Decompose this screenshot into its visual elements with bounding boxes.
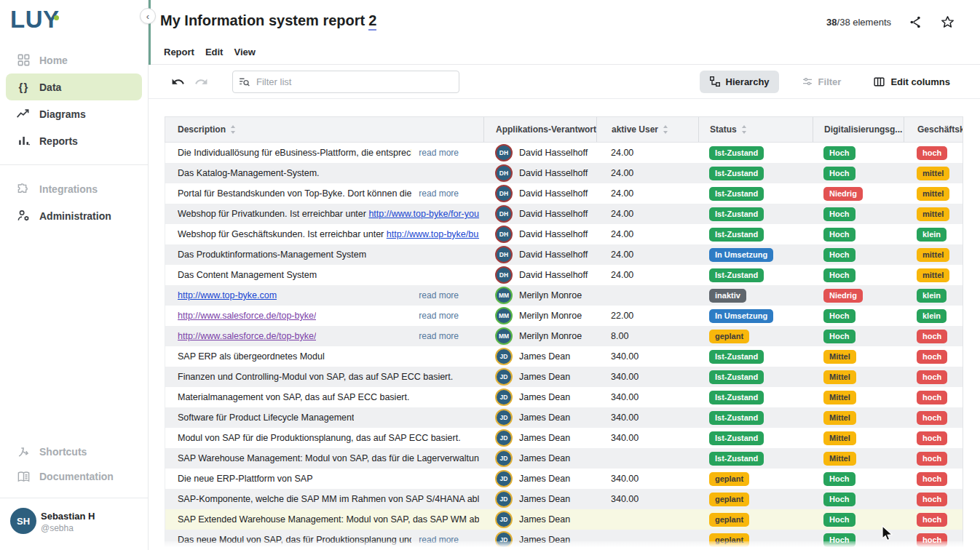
menu-report[interactable]: Report [164, 47, 194, 57]
table-row[interactable]: Das Katalog-Management-System.DHDavid Ha… [165, 163, 963, 183]
user-block[interactable]: SH Sebastian H @sebha [0, 498, 148, 550]
table-row[interactable]: Webshop für Privatkunden. Ist erreichbar… [165, 204, 963, 224]
sidebar-footer: Shortcuts Documentation [0, 439, 148, 489]
owner-cell: MMMerilyn Monroe [483, 306, 596, 326]
sidebar-item-diagrams[interactable]: Diagrams [0, 100, 148, 127]
owner-name: David Hasselhoff [519, 148, 588, 158]
active-user-cell: 8.00 [596, 326, 698, 346]
table-row[interactable]: Die Individuallösung für eBusiness-Platt… [165, 143, 963, 163]
avatar: JD [495, 409, 513, 426]
sidebar-collapse-button[interactable]: ‹ [140, 8, 156, 24]
share-icon[interactable] [907, 14, 923, 30]
description-link[interactable]: http://www.salesforce.de/top-byke/ [178, 331, 316, 341]
sidebar-item-label: Shortcuts [39, 446, 87, 458]
column-header-owner[interactable]: Applikations-Verantwort... [483, 117, 596, 142]
status-badge-cell: geplant [698, 489, 813, 509]
criticality-badge-cell: hoch [904, 469, 963, 489]
description-cell: Das Katalog-Management-System. [165, 163, 483, 183]
table-row[interactable]: Das Content Management SystemDHDavid Has… [165, 265, 963, 285]
braces-icon: { } [16, 80, 31, 95]
table-row[interactable]: Materialmanagement von SAP, das auf SAP … [165, 387, 963, 407]
header-actions: 38/38 elements [826, 14, 955, 30]
criticality-badge-cell: mittel [904, 204, 963, 224]
star-icon[interactable] [939, 14, 955, 30]
criticality-badge: hoch [917, 146, 947, 160]
page-title-text: My Information system report [160, 12, 365, 28]
table-row[interactable]: SAP Extended Warehouse Management: Modul… [165, 509, 963, 530]
table-row[interactable]: Modul von SAP für die Produktionsplanung… [165, 428, 963, 448]
sidebar-item-integrations[interactable]: Integrations [0, 175, 148, 202]
sidebar-item-documentation[interactable]: Documentation [0, 464, 148, 489]
description-link[interactable]: http://www.salesforce.de/top-byke/ [178, 311, 316, 321]
hierarchy-button[interactable]: Hierarchy [700, 71, 779, 93]
sidebar-item-label: Diagrams [39, 108, 86, 120]
criticality-badge: mittel [917, 248, 949, 262]
table-row[interactable]: Die neue ERP-Plattform von SAPJDJames De… [165, 469, 963, 489]
column-header-digitalization[interactable]: Digitalisierungsg... [813, 117, 904, 142]
description-text: Die neue ERP-Plattform von SAP [178, 474, 313, 484]
description-fragment: Das Content Management System [178, 270, 317, 280]
table-row[interactable]: SAP-Komponente, welche die SAP MM im Rah… [165, 489, 963, 509]
read-more-link[interactable]: read more [411, 311, 479, 321]
digitalization-badge-cell: Hoch [813, 489, 904, 509]
owner-cell: DHDavid Hasselhoff [483, 244, 596, 265]
table-row[interactable]: Finanzen und Controlling-Modul von SAP, … [165, 367, 963, 387]
digitalization-badge: Hoch [823, 248, 855, 262]
sidebar-item-reports[interactable]: Reports [0, 127, 148, 154]
sidebar-item-shortcuts[interactable]: Shortcuts [0, 439, 148, 464]
read-more-link[interactable]: read more [411, 188, 479, 199]
table-row[interactable]: SAP ERP als übergeordnetes ModulJDJames … [165, 346, 963, 367]
read-more-link[interactable]: read more [411, 331, 479, 341]
table-row[interactable]: Software für Product Lifecycle Managemen… [165, 407, 963, 428]
sidebar-item-administration[interactable]: Administration [0, 202, 148, 229]
avatar: MM [495, 307, 513, 324]
column-header-description[interactable]: Description [165, 117, 483, 142]
criticality-badge-cell: hoch [904, 387, 963, 407]
digitalization-badge: Hoch [823, 207, 855, 221]
owner-name: David Hasselhoff [519, 188, 588, 199]
redo-icon[interactable] [194, 75, 208, 89]
table-row[interactable]: SAP Warehouse Management: Modul von SAP,… [165, 448, 963, 469]
content-header: ‹ My Information system report2 38/38 el… [149, 0, 980, 65]
column-label: Description [178, 124, 226, 135]
status-badge-cell: Ist-Zustand [698, 387, 813, 407]
digitalization-badge: Mittel [823, 350, 856, 364]
sidebar-divider [0, 164, 148, 165]
active-user-cell [596, 448, 698, 469]
filter-list-input[interactable] [232, 71, 459, 93]
table-row[interactable]: Webshop für Geschäftskunden. Ist erreich… [165, 224, 963, 244]
description-link[interactable]: http://www.top-byke/for-you/ [368, 209, 479, 219]
table-row[interactable]: http://www.salesforce.de/top-byke/read m… [165, 306, 963, 326]
table-row[interactable]: http://www.top-byke.comread moreMMMerily… [165, 285, 963, 306]
owner-name: James Dean [519, 453, 570, 463]
sidebar-item-home[interactable]: Home [0, 47, 148, 73]
status-badge: Ist-Zustand [709, 187, 764, 201]
edit-columns-button[interactable]: Edit columns [864, 71, 960, 93]
table-row[interactable]: Das Produktinformations-Management Syste… [165, 244, 963, 265]
menu-bar: Report Edit View [164, 47, 256, 57]
description-link[interactable]: http://www.top-byke/business/ [387, 229, 479, 239]
status-badge-cell: geplant [698, 326, 813, 346]
table-row[interactable]: Portal für Bestandskunden von Top-Byke. … [165, 183, 963, 204]
column-header-criticality[interactable]: Geschäftskritik... [904, 117, 963, 142]
table-row[interactable]: http://www.salesforce.de/top-byke/read m… [165, 326, 963, 346]
elements-count: 38/38 elements [826, 17, 891, 28]
sort-icon [230, 125, 236, 134]
digitalization-badge-cell: Hoch [813, 163, 904, 183]
sidebar-item-data[interactable]: { } Data [6, 73, 142, 100]
read-more-link[interactable]: read more [411, 148, 479, 158]
menu-edit[interactable]: Edit [205, 47, 224, 57]
filter-button[interactable]: Filter [792, 71, 851, 93]
owner-cell: DHDavid Hasselhoff [483, 183, 596, 204]
luy-logo[interactable]: LUY [10, 6, 60, 33]
read-more-link[interactable]: read more [411, 290, 479, 300]
digitalization-badge-cell: Hoch [813, 469, 904, 489]
description-link[interactable]: http://www.top-byke.com [178, 290, 277, 300]
avatar: JD [495, 511, 513, 528]
menu-view[interactable]: View [234, 47, 255, 57]
avatar: JD [495, 450, 513, 467]
column-header-active-user[interactable]: aktive User [596, 117, 698, 142]
column-header-status[interactable]: Status [698, 117, 813, 142]
undo-icon[interactable] [171, 75, 185, 89]
digitalization-badge: Hoch [823, 472, 855, 486]
